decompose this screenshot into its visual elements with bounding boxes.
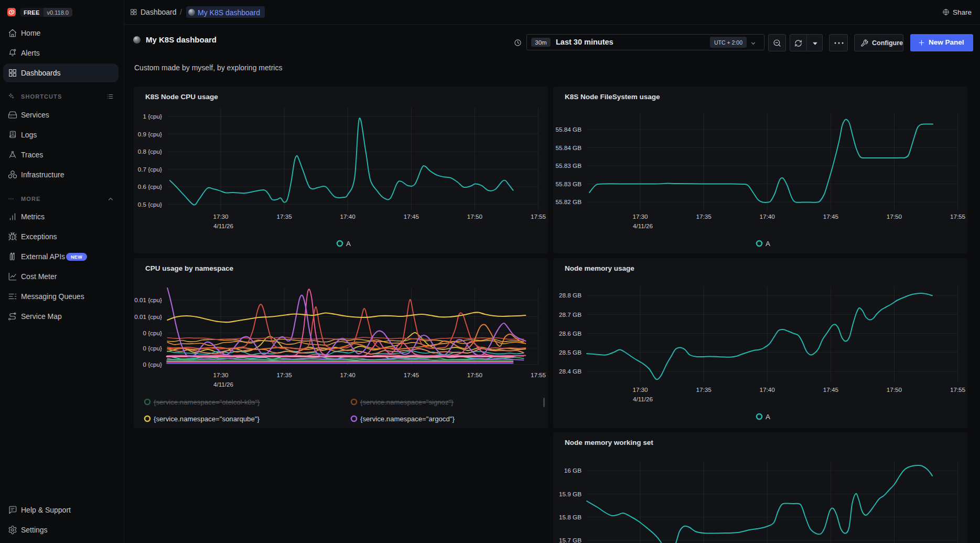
svg-text:{service.namespace="sonarqube": {service.namespace="sonarqube"} (154, 415, 260, 423)
svg-text:17:35: 17:35 (696, 213, 712, 220)
svg-text:16 GB: 16 GB (564, 467, 581, 474)
svg-text:17:55: 17:55 (531, 213, 546, 220)
svg-text:28.4 GB: 28.4 GB (559, 368, 581, 375)
svg-text:17:30: 17:30 (632, 386, 648, 393)
svg-text:17:45: 17:45 (404, 371, 419, 378)
svg-text:17:35: 17:35 (276, 213, 292, 220)
svg-text:17:50: 17:50 (467, 213, 483, 220)
svg-text:4/11/26: 4/11/26 (633, 396, 653, 402)
svg-text:55.82 GB: 55.82 GB (556, 198, 582, 205)
svg-text:15.8 GB: 15.8 GB (559, 514, 581, 520)
svg-text:{service.namespace="argocd"}: {service.namespace="argocd"} (360, 415, 455, 423)
svg-text:17:35: 17:35 (696, 386, 712, 393)
svg-text:0.6 {cpu}: 0.6 {cpu} (138, 183, 162, 190)
svg-text:28.6 GB: 28.6 GB (559, 330, 581, 337)
svg-text:17:55: 17:55 (950, 386, 966, 393)
svg-text:A: A (766, 240, 770, 248)
svg-text:A: A (346, 240, 351, 248)
svg-text:{service.namespace="otelcol-k8: {service.namespace="otelcol-k8s"} (154, 398, 260, 406)
svg-text:{service.namespace="signoz"}: {service.namespace="signoz"} (360, 398, 454, 406)
svg-text:55.83 GB: 55.83 GB (556, 180, 582, 187)
svg-text:17:50: 17:50 (887, 213, 902, 220)
svg-text:0.01 {cpu}: 0.01 {cpu} (134, 313, 162, 320)
svg-text:0.5 {cpu}: 0.5 {cpu} (138, 201, 162, 208)
svg-text:17:45: 17:45 (404, 213, 419, 220)
svg-text:55.84 GB: 55.84 GB (556, 144, 582, 151)
svg-text:17:40: 17:40 (340, 213, 356, 220)
svg-text:1 {cpu}: 1 {cpu} (143, 113, 162, 120)
svg-text:0 {cpu}: 0 {cpu} (143, 329, 162, 336)
svg-text:4/11/26: 4/11/26 (213, 222, 233, 229)
svg-text:17:45: 17:45 (823, 386, 839, 393)
svg-text:0.01 {cpu}: 0.01 {cpu} (134, 296, 162, 303)
svg-text:17:30: 17:30 (632, 213, 648, 220)
svg-text:15.9 GB: 15.9 GB (559, 491, 581, 497)
svg-text:15.7 GB: 15.7 GB (559, 537, 581, 543)
svg-text:28.8 GB: 28.8 GB (559, 292, 581, 299)
svg-text:17:40: 17:40 (760, 386, 776, 393)
svg-text:17:40: 17:40 (760, 213, 776, 220)
svg-text:17:30: 17:30 (213, 371, 229, 378)
svg-text:0.8 {cpu}: 0.8 {cpu} (138, 148, 162, 155)
svg-text:0.9 {cpu}: 0.9 {cpu} (138, 131, 162, 137)
svg-text:17:50: 17:50 (887, 386, 902, 393)
svg-text:55.84 GB: 55.84 GB (556, 126, 582, 133)
svg-text:17:40: 17:40 (340, 371, 356, 378)
svg-text:55.83 GB: 55.83 GB (556, 162, 582, 169)
svg-text:4/11/26: 4/11/26 (633, 222, 653, 229)
svg-text:17:50: 17:50 (467, 371, 483, 378)
svg-text:17:45: 17:45 (823, 213, 839, 220)
svg-text:0.7 {cpu}: 0.7 {cpu} (138, 166, 162, 173)
svg-text:0 {cpu}: 0 {cpu} (143, 345, 162, 352)
svg-text:17:35: 17:35 (276, 371, 292, 378)
svg-text:4/11/26: 4/11/26 (213, 381, 233, 388)
svg-text:A: A (766, 413, 770, 421)
svg-text:28.5 GB: 28.5 GB (559, 349, 581, 356)
svg-text:17:55: 17:55 (531, 371, 546, 378)
svg-text:17:30: 17:30 (213, 213, 229, 220)
svg-text:0 {cpu}: 0 {cpu} (143, 361, 162, 368)
svg-text:28.7 GB: 28.7 GB (559, 311, 581, 318)
svg-text:17:55: 17:55 (950, 213, 966, 220)
